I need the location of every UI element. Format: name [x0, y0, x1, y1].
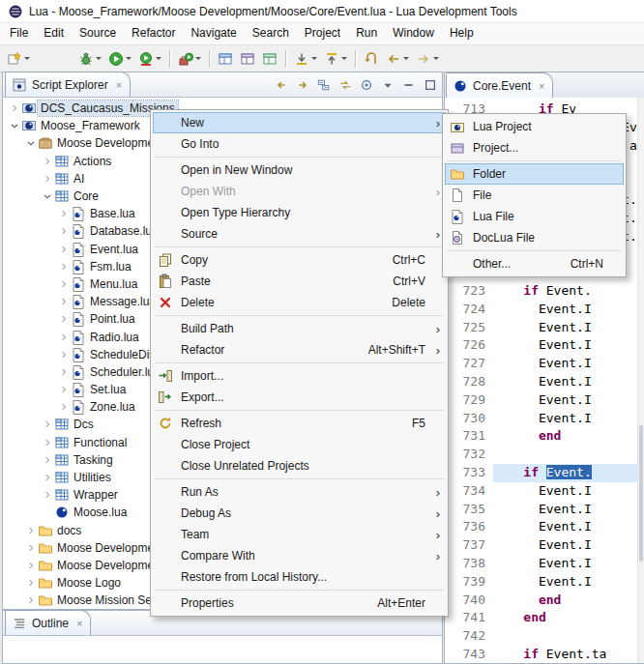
code-line-741[interactable]: 741 end	[445, 609, 638, 627]
minimize-button[interactable]	[400, 76, 418, 94]
back-history-button[interactable]	[383, 49, 412, 69]
context-menu-paste[interactable]: PasteCtrl+V	[153, 271, 446, 292]
forward-history-dropdown-arrow-icon[interactable]	[433, 57, 439, 60]
expand-arrow-icon[interactable]	[56, 242, 71, 257]
code-line-743[interactable]: 743 if Event.ta	[445, 646, 638, 663]
coverage-button[interactable]	[135, 49, 164, 69]
context-menu-refactor[interactable]: RefactorAlt+Shift+T›	[153, 339, 446, 361]
new-submenu-other[interactable]: Other...Ctrl+N	[445, 253, 624, 274]
code-line-736[interactable]: 736 Event.I	[445, 518, 638, 536]
expand-arrow-icon[interactable]	[40, 470, 54, 485]
open-doc-button[interactable]	[259, 49, 280, 69]
collapse-arrow-icon[interactable]	[23, 135, 38, 151]
code-line-733[interactable]: 733 if Event.	[445, 464, 638, 482]
previous-annotation-dropdown-arrow-icon[interactable]	[341, 57, 347, 60]
expand-arrow-icon[interactable]	[56, 294, 71, 309]
context-menu-export[interactable]: Export...	[153, 387, 446, 408]
collapse-arrow-icon[interactable]	[40, 188, 54, 204]
previous-annotation-button[interactable]	[321, 49, 350, 69]
context-menu-copy[interactable]: CopyCtrl+C	[153, 249, 446, 271]
open-table-button[interactable]	[215, 49, 236, 69]
new-submenu-project[interactable]: Project...	[445, 137, 624, 159]
expand-arrow-icon[interactable]	[23, 540, 38, 556]
scrollbar-thumb[interactable]	[639, 425, 643, 561]
code-line-739[interactable]: 739 Event.I	[445, 573, 638, 592]
coverage-dropdown-arrow-icon[interactable]	[156, 57, 161, 60]
context-menu-run-as[interactable]: Run As›	[153, 481, 446, 503]
context-menu-open-with[interactable]: Open With›	[153, 181, 446, 202]
debug-button[interactable]	[75, 49, 104, 69]
close-icon[interactable]: ×	[539, 80, 544, 92]
maximize-button[interactable]	[422, 76, 439, 94]
context-menu-import[interactable]: Import...	[153, 365, 446, 387]
context-menu-open-type-hierarchy[interactable]: Open Type Hierarchy	[153, 202, 446, 223]
expand-arrow-icon[interactable]	[23, 592, 38, 608]
view-back-button[interactable]	[273, 76, 290, 94]
context-menu-compare-with[interactable]: Compare With›	[153, 545, 446, 566]
collapse-all-button[interactable]	[315, 76, 333, 94]
code-line-734[interactable]: 734 Event.I	[445, 482, 638, 501]
expand-arrow-icon[interactable]	[56, 223, 71, 239]
code-line-730[interactable]: 730 Event.I	[445, 410, 638, 428]
context-menu-team[interactable]: Team›	[153, 524, 446, 545]
expand-arrow-icon[interactable]	[56, 382, 71, 397]
new-submenu-doclua-file[interactable]: DocLua File	[445, 227, 624, 248]
menubar-search[interactable]: Search	[245, 23, 297, 44]
expand-arrow-icon[interactable]	[56, 347, 71, 362]
new-submenu-file[interactable]: File	[445, 185, 624, 206]
external-tools-dropdown-arrow-icon[interactable]	[195, 57, 201, 60]
next-annotation-dropdown-arrow-icon[interactable]	[311, 57, 317, 60]
code-line-732[interactable]: 732	[445, 446, 638, 464]
expand-arrow-icon[interactable]	[40, 417, 54, 432]
expand-arrow-icon[interactable]	[56, 206, 71, 221]
run-dropdown-arrow-icon[interactable]	[126, 57, 132, 60]
expand-arrow-icon[interactable]	[23, 575, 38, 591]
context-menu-debug-as[interactable]: Debug As›	[153, 503, 446, 524]
context-menu-refresh[interactable]: RefreshF5	[153, 413, 446, 434]
menubar-refactor[interactable]: Refactor	[124, 23, 183, 44]
new-wizard-dropdown-arrow-icon[interactable]	[24, 57, 30, 60]
collapse-arrow-icon[interactable]	[7, 118, 21, 133]
context-menu-open-in-new-window[interactable]: Open in New Window	[153, 159, 446, 181]
menubar-help[interactable]: Help	[442, 23, 482, 44]
new-submenu-lua-file[interactable]: Lua File	[445, 206, 624, 227]
expand-arrow-icon[interactable]	[40, 154, 54, 169]
expand-arrow-icon[interactable]	[40, 435, 54, 450]
external-tools-button[interactable]	[175, 49, 204, 69]
new-wizard-button[interactable]	[4, 49, 33, 69]
expand-arrow-icon[interactable]	[7, 101, 21, 116]
expand-arrow-icon[interactable]	[56, 364, 71, 380]
expand-arrow-icon[interactable]	[23, 523, 38, 538]
code-line-740[interactable]: 740 end	[445, 592, 638, 610]
menubar-window[interactable]: Window	[385, 23, 442, 44]
expand-arrow-icon[interactable]	[40, 452, 54, 468]
back-history-dropdown-arrow-icon[interactable]	[403, 57, 409, 60]
link-with-editor-button[interactable]	[337, 76, 354, 94]
new-submenu-lua-project[interactable]: Lua Project	[445, 116, 624, 137]
view-forward-button[interactable]	[294, 76, 311, 94]
context-menu-properties[interactable]: PropertiesAlt+Enter	[153, 592, 446, 614]
next-annotation-button[interactable]	[291, 49, 320, 69]
last-edit-location-button[interactable]	[361, 49, 382, 69]
tab-core-event[interactable]: Core.Event ×	[446, 72, 553, 98]
context-menu-new[interactable]: New›	[153, 112, 446, 133]
expand-arrow-icon[interactable]	[56, 276, 71, 292]
context-menu-close-project[interactable]: Close Project	[153, 434, 446, 455]
view-menu-button[interactable]	[379, 76, 396, 94]
code-line-738[interactable]: 738 Event.I	[445, 555, 638, 573]
expand-arrow-icon[interactable]	[56, 399, 71, 415]
expand-arrow-icon[interactable]	[56, 330, 71, 345]
context-menu-delete[interactable]: DeleteDelete	[153, 292, 446, 313]
code-line-728[interactable]: 728 Event.I	[445, 373, 638, 391]
tab-outline[interactable]: Outline ×	[5, 610, 91, 635]
code-line-737[interactable]: 737 Event.I	[445, 536, 638, 555]
code-line-725[interactable]: 725 Event.I	[445, 319, 638, 337]
expand-arrow-icon[interactable]	[23, 558, 38, 573]
context-menu-go-into[interactable]: Go Into	[153, 133, 446, 155]
context-menu-close-unrelated-projects[interactable]: Close Unrelated Projects	[153, 455, 446, 476]
code-line-726[interactable]: 726 Event.I	[445, 336, 638, 355]
debug-dropdown-arrow-icon[interactable]	[96, 57, 102, 60]
expand-arrow-icon[interactable]	[56, 259, 71, 274]
menubar-navigate[interactable]: Navigate	[183, 23, 244, 44]
code-line-724[interactable]: 724 Event.I	[445, 301, 638, 319]
